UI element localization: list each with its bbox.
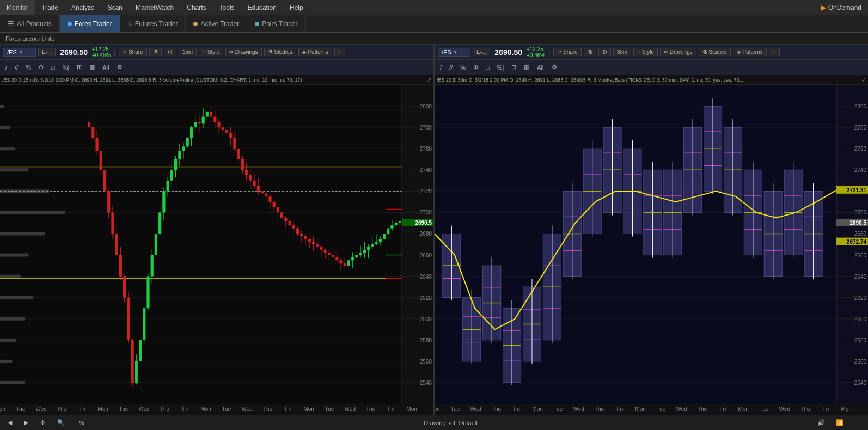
right-symbol-arrow[interactable]: ▼	[453, 50, 458, 55]
right-draw-pct-btn[interactable]: %	[458, 64, 468, 71]
status-zoom-in-btn[interactable]: %	[76, 419, 88, 427]
menu-education[interactable]: Education	[241, 0, 283, 15]
right-interval-btn[interactable]: 30m	[613, 48, 631, 56]
menu-marketwatch[interactable]: MarketWatch	[129, 0, 180, 15]
right-price-change: +12.25 +0.46%	[527, 46, 545, 58]
right-studies-icon: ⚗	[702, 49, 707, 55]
draw-pct2-btn[interactable]: %|	[60, 64, 72, 71]
time-label: Fri	[514, 406, 520, 412]
gear-icon: ⚙	[168, 49, 173, 55]
status-scroll-right[interactable]: ▶	[21, 418, 32, 427]
time-label: Wed	[35, 406, 46, 412]
status-fullscreen-btn[interactable]: ⛶	[851, 418, 864, 427]
right-draw-toolbar: / // % ⊕ □ %| ⊞ ▦ All ⚙	[435, 60, 868, 75]
right-chart-canvas	[435, 85, 868, 404]
left-patterns-btn[interactable]: ◈ Patterns	[298, 48, 332, 56]
right-style-btn[interactable]: ≡ Style	[633, 48, 658, 56]
draw-all-btn[interactable]: All	[100, 64, 111, 71]
draw-pattern-btn[interactable]: ▦	[87, 63, 97, 71]
left-share-btn[interactable]: ↗ Share	[119, 48, 146, 56]
left-symbol-arrow[interactable]: ▼	[19, 50, 23, 55]
right-draw-pattern-btn[interactable]: ▦	[522, 63, 531, 71]
status-wifi-btn[interactable]: 📶	[833, 418, 847, 427]
draw-pct-btn[interactable]: %	[23, 64, 33, 71]
right-chart-panel: /ES ▼ E-... 2690.50 +12.25 +0.46% | ↗ Sh…	[435, 45, 868, 415]
left-chart-body[interactable]	[0, 85, 433, 404]
right-symbol-box[interactable]: /ES ▼	[438, 48, 470, 57]
draw-settings-btn[interactable]: ⚙	[115, 63, 125, 71]
status-scroll-left[interactable]: ◀	[4, 418, 15, 427]
left-expand-btn[interactable]: ⤢	[427, 77, 431, 83]
menu-scan[interactable]: Scan	[101, 0, 129, 15]
left-studies-btn[interactable]: ⚗ Studies	[264, 48, 296, 56]
time-label: Mon	[841, 406, 851, 412]
left-gear-btn[interactable]: ⚙	[164, 48, 176, 56]
tab-active-trader[interactable]: Active Trader	[186, 15, 247, 32]
left-price-change: +12.25 +0.46%	[92, 46, 111, 58]
right-share-btn[interactable]: ↗ Share	[553, 48, 581, 56]
draw-cross-btn[interactable]: ⊕	[36, 63, 46, 71]
right-menu-btn[interactable]: ≡	[769, 48, 780, 56]
left-study-settings-btn[interactable]: ⚗	[149, 48, 162, 56]
time-label: Fri	[388, 406, 395, 412]
status-crosshair-btn[interactable]: ✛	[37, 418, 48, 427]
right-drawings-btn[interactable]: ✏ Drawings	[660, 48, 696, 56]
status-zoom-out-btn[interactable]: 🔍-	[54, 418, 70, 427]
right-expand-btn[interactable]: ⤢	[861, 77, 866, 83]
ondemand-button[interactable]: ▶ OnDemand	[815, 4, 868, 11]
menu-help[interactable]: Help	[283, 0, 310, 15]
right-draw-line-btn[interactable]: /	[438, 64, 444, 71]
tab-all-products[interactable]: ☰ All Products	[0, 15, 60, 32]
right-draw-pct2-btn[interactable]: %|	[495, 64, 506, 71]
right-draw-all-btn[interactable]: All	[535, 64, 546, 71]
tab-bar: ☰ All Products Forex Trader ◇ Futures Tr…	[0, 15, 868, 33]
left-study-btn[interactable]: E-...	[38, 48, 56, 56]
time-label: Mon	[435, 406, 440, 412]
right-time-axis: MonTueWedThuFriMonTueWedThuFriMonTueWedT…	[435, 404, 868, 415]
drawing-set-label: Drawing set: Default	[424, 420, 478, 426]
tab-pairs-trader[interactable]: Pairs Trader	[247, 15, 305, 32]
right-draw-settings-btn[interactable]: ⚙	[549, 63, 559, 71]
menu-monitor[interactable]: Monitor	[0, 0, 35, 15]
drawings-icon: ✏	[229, 49, 234, 55]
draw-grid-btn[interactable]: ⊞	[75, 63, 84, 71]
left-style-btn[interactable]: ≡ Style	[199, 48, 223, 56]
right-patterns-btn[interactable]: ◈ Patterns	[733, 48, 767, 56]
time-label: Wed	[779, 406, 790, 412]
time-label: Thu	[800, 406, 810, 412]
right-draw-grid-btn[interactable]: ⊞	[509, 63, 518, 71]
time-label: Mon	[303, 406, 314, 412]
right-chart-body[interactable]	[435, 85, 868, 404]
right-draw-ray-btn[interactable]: //	[447, 64, 455, 71]
right-draw-cross-btn[interactable]: ⊕	[471, 63, 480, 71]
right-study-settings-btn[interactable]: ⚗	[584, 48, 596, 56]
time-label: Wed	[573, 406, 584, 412]
status-speaker-btn[interactable]: 🔊	[814, 418, 828, 427]
right-share-icon: ↗	[557, 49, 561, 55]
studies-icon: ⚗	[268, 49, 273, 55]
menu-trade[interactable]: Trade	[35, 0, 65, 15]
right-gear-btn[interactable]: ⚙	[598, 48, 611, 56]
left-chart-info: /ES 20 D 15m D: 3/2/18 2:00 PM O: 2690 H…	[0, 75, 433, 85]
left-interval-btn[interactable]: 15m	[179, 48, 197, 56]
draw-rect-btn[interactable]: □	[49, 64, 57, 71]
right-drawings-icon: ✏	[664, 49, 668, 55]
left-symbol-box[interactable]: /ES ▼	[3, 48, 36, 57]
time-label: Thu	[492, 406, 501, 412]
left-menu-btn[interactable]: ≡	[334, 48, 345, 56]
tab-futures-trader[interactable]: ◇ Futures Trader	[120, 15, 186, 32]
time-label: Tue	[119, 406, 128, 412]
right-draw-rect-btn[interactable]: □	[484, 64, 492, 71]
right-flask-icon: ⚗	[588, 49, 592, 55]
left-drawings-btn[interactable]: ✏ Drawings	[225, 48, 261, 56]
draw-ray-btn[interactable]: //	[13, 64, 20, 71]
right-chart-toolbar: /ES ▼ E-... 2690.50 +12.25 +0.46% | ↗ Sh…	[435, 45, 868, 60]
menu-tools[interactable]: Tools	[213, 0, 241, 15]
menu-charts[interactable]: Charts	[180, 0, 212, 15]
right-studies-btn[interactable]: ⚗ Studies	[699, 48, 731, 56]
time-label: Mon	[532, 406, 542, 412]
draw-line-btn[interactable]: /	[3, 64, 9, 71]
tab-forex-trader[interactable]: Forex Trader	[60, 15, 120, 32]
menu-analyze[interactable]: Analyze	[65, 0, 101, 15]
right-study-btn[interactable]: E-...	[473, 48, 490, 56]
